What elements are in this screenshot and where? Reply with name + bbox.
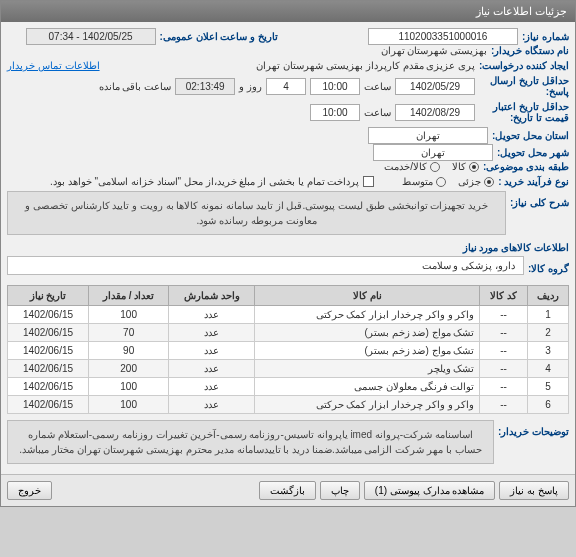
- announce-dt-value: 1402/05/25 - 07:34: [26, 28, 156, 45]
- city-value: تهران: [373, 144, 493, 161]
- table-row[interactable]: 3--تشک مواج (ضد زخم بستر)عدد901402/06/15: [8, 342, 569, 360]
- time-label-2: ساعت: [364, 107, 391, 118]
- table-row[interactable]: 5--توالت فرنگی معلولان جسمیعدد1001402/06…: [8, 378, 569, 396]
- cell-date: 1402/06/15: [8, 396, 89, 414]
- requester-label: ایجاد کننده درخواست:: [479, 60, 569, 71]
- deadline-time: 10:00: [310, 78, 360, 95]
- cell-name: تشک ویلچر: [255, 360, 480, 378]
- th-qty: تعداد / مقدار: [89, 286, 169, 306]
- radio-jozi[interactable]: [484, 177, 494, 187]
- cell-unit: عدد: [169, 360, 255, 378]
- cell-n: 4: [527, 360, 568, 378]
- deadline-date: 1402/05/29: [395, 78, 475, 95]
- validity-label: حداقل تاریخ اعتبار قیمت تا تاریخ:: [479, 101, 569, 123]
- cell-date: 1402/06/15: [8, 324, 89, 342]
- deadline-label: حداقل تاریخ ارسال پاسخ:: [479, 75, 569, 97]
- th-date: تاریخ نیاز: [8, 286, 89, 306]
- cell-unit: عدد: [169, 306, 255, 324]
- cell-n: 1: [527, 306, 568, 324]
- table-row[interactable]: 1--واکر و واکر چرخدار ابزار کمک حرکتیعدد…: [8, 306, 569, 324]
- cell-unit: عدد: [169, 396, 255, 414]
- cell-n: 3: [527, 342, 568, 360]
- remaining-time: 02:13:49: [175, 78, 235, 95]
- validity-time: 10:00: [310, 104, 360, 121]
- radio-motavaset[interactable]: [436, 177, 446, 187]
- cell-code: --: [480, 396, 527, 414]
- radio-motavaset-label: متوسط: [402, 176, 433, 187]
- validity-date: 1402/08/29: [395, 104, 475, 121]
- radio-kala-service-label: کالا/خدمت: [384, 161, 427, 172]
- cell-name: توالت فرنگی معلولان جسمی: [255, 378, 480, 396]
- th-name: نام کالا: [255, 286, 480, 306]
- radio-jozi-label: جزئی: [458, 176, 481, 187]
- radio-kala-label: کالا: [452, 161, 466, 172]
- print-button[interactable]: چاپ: [320, 481, 360, 500]
- cell-code: --: [480, 360, 527, 378]
- city-label: شهر محل تحویل:: [497, 147, 569, 158]
- cell-qty: 100: [89, 306, 169, 324]
- cell-qty: 90: [89, 342, 169, 360]
- radio-kala-service[interactable]: [430, 162, 440, 172]
- cell-qty: 70: [89, 324, 169, 342]
- description-title: شرح کلی نیاز:: [510, 191, 569, 208]
- cell-date: 1402/06/15: [8, 342, 89, 360]
- exit-button[interactable]: خروج: [7, 481, 52, 500]
- topic-type-radios: کالا کالا/خدمت: [384, 161, 479, 172]
- cell-unit: عدد: [169, 324, 255, 342]
- topic-type-label: طبقه بندی موضوعی:: [483, 161, 569, 172]
- table-row[interactable]: 6--واکر و واکر چرخدار ابزار کمک حرکتیعدد…: [8, 396, 569, 414]
- th-row: ردیف: [527, 286, 568, 306]
- cell-name: واکر و واکر چرخدار ابزار کمک حرکتی: [255, 396, 480, 414]
- buyer-org-label: نام دستگاه خریدار:: [491, 45, 569, 56]
- cell-n: 5: [527, 378, 568, 396]
- cell-qty: 100: [89, 396, 169, 414]
- content-area: شماره نیاز: 1102003351000016 تاریخ و ساع…: [1, 22, 575, 474]
- province-value: تهران: [368, 127, 488, 144]
- need-number-value: 1102003351000016: [368, 28, 518, 45]
- time-label-1: ساعت: [364, 81, 391, 92]
- button-bar: پاسخ به نیاز مشاهده مدارک پیوستی (1) چاپ…: [1, 474, 575, 506]
- cell-qty: 200: [89, 360, 169, 378]
- buyer-notes-label: توضیحات خریدار:: [498, 420, 569, 437]
- payment-note: پرداخت تمام یا بخشی از مبلغ خرید،از محل …: [50, 176, 359, 187]
- table-row[interactable]: 2--تشک مواج (ضد زخم بستر)عدد701402/06/15: [8, 324, 569, 342]
- process-type-radios: جزئی متوسط: [402, 176, 494, 187]
- cell-name: واکر و واکر چرخدار ابزار کمک حرکتی: [255, 306, 480, 324]
- cell-code: --: [480, 378, 527, 396]
- items-table: ردیف کد کالا نام کالا واحد شمارش تعداد /…: [7, 285, 569, 414]
- cell-code: --: [480, 342, 527, 360]
- items-section-title: اطلاعات کالاهای مورد نیاز: [7, 239, 569, 256]
- window-title: جزئیات اطلاعات نیاز: [476, 5, 567, 17]
- remaining-label: ساعت باقی مانده: [99, 81, 172, 92]
- treasury-checkbox[interactable]: [363, 176, 374, 187]
- cell-date: 1402/06/15: [8, 360, 89, 378]
- radio-kala[interactable]: [469, 162, 479, 172]
- province-label: استان محل تحویل:: [492, 130, 569, 141]
- cell-name: تشک مواج (ضد زخم بستر): [255, 342, 480, 360]
- respond-button[interactable]: پاسخ به نیاز: [499, 481, 569, 500]
- cell-name: تشک مواج (ضد زخم بستر): [255, 324, 480, 342]
- cell-n: 6: [527, 396, 568, 414]
- buyer-org-value: بهزیستی شهرستان تهران: [381, 45, 488, 56]
- cell-n: 2: [527, 324, 568, 342]
- attachments-button[interactable]: مشاهده مدارک پیوستی (1): [364, 481, 496, 500]
- cell-unit: عدد: [169, 342, 255, 360]
- th-code: کد کالا: [480, 286, 527, 306]
- table-row[interactable]: 4--تشک ویلچرعدد2001402/06/15: [8, 360, 569, 378]
- modal-window: جزئیات اطلاعات نیاز شماره نیاز: 11020033…: [0, 0, 576, 507]
- cell-date: 1402/06/15: [8, 378, 89, 396]
- cell-date: 1402/06/15: [8, 306, 89, 324]
- back-button[interactable]: بازگشت: [259, 481, 316, 500]
- th-unit: واحد شمارش: [169, 286, 255, 306]
- announce-dt-label: تاریخ و ساعت اعلان عمومی:: [160, 31, 278, 42]
- group-value: دارو، پزشکی و سلامت: [7, 256, 524, 275]
- cell-code: --: [480, 306, 527, 324]
- cell-qty: 100: [89, 378, 169, 396]
- need-number-label: شماره نیاز:: [522, 31, 569, 42]
- requester-value: پری عزیزی مقدم کارپرداز بهزیستی شهرستان …: [256, 60, 475, 71]
- days-label: روز و: [239, 81, 262, 92]
- contact-link[interactable]: اطلاعات تماس خریدار: [7, 60, 100, 71]
- days-value: 4: [266, 78, 306, 95]
- process-type-label: نوع فرآیند خرید :: [498, 176, 569, 187]
- cell-unit: عدد: [169, 378, 255, 396]
